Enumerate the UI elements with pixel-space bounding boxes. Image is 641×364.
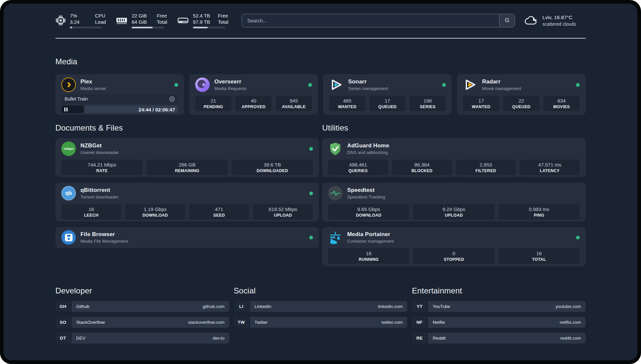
bookmark-name: LinkedIn [255,304,271,309]
app-subtitle: Usenet downloader [80,150,119,155]
stat-tile: 196SERIES [410,96,446,111]
app-name: Sonarr [348,78,388,85]
stat-tile: 40APPROVED [235,96,272,111]
bookmark-netflix[interactable]: NF Netflixnetflix.com [412,317,586,328]
weather-condition: scattered clouds [542,21,576,27]
ram-total-value: 64 GiB [132,19,152,25]
overseerr-icon [195,77,210,92]
bookmark-reddit[interactable]: RE Redditreddit.com [412,333,586,344]
header-divider [55,38,586,39]
section-title-entertainment: Entertainment [412,286,586,295]
stat-tile: 485WANTED [329,96,365,111]
disk-progress-bar [193,27,225,28]
disk-total-label: Total [218,19,229,25]
bookmark-abbr: TW [234,317,249,328]
session-camera-icon [169,96,175,102]
documents-column: Documents & Files nzbget NZBGet Usenet d… [55,123,319,266]
bookmark-abbr: DT [55,333,71,344]
app-card-plex[interactable]: Plex Media server Bullet Train [55,74,184,115]
stat-tile: 471SEED [189,204,249,220]
bookmark-name: Reddit [433,336,445,341]
bookmark-group-entertainment: Entertainment YT YouTubeyoutube.com NF N… [412,286,586,349]
app-card-speedtest[interactable]: Speedtest Speedtest Tracking 9.65 GbpsDO… [322,183,586,222]
stat-tile: 1.19 GbpsDOWNLOAD [125,204,185,220]
bookmark-name: Twitter [255,320,268,325]
bookmark-name: Netflix [433,320,445,325]
stat-tile: 744.21 MbpsRATE [61,160,142,175]
stat-tile: 39.6 TBDOWNLOADED [232,160,313,175]
app-subtitle: Media server [80,86,106,91]
app-subtitle: Container management [347,239,394,244]
bookmark-abbr: LI [234,301,249,312]
stat-tile: 498,461QUERIES [328,160,388,175]
cpu-progress-bar [70,27,102,28]
app-card-portainer[interactable]: Media Portainer Container management 16R… [322,227,586,266]
app-name: File Browser [80,231,128,238]
stat-tile: 17QUEUED [369,96,406,111]
app-name: Speedtest [347,187,385,194]
search-input[interactable] [242,14,499,27]
bookmark-youtube[interactable]: YT YouTubeyoutube.com [412,301,586,312]
bookmark-name: StackOverflow [76,320,105,325]
bookmark-abbr: RE [412,333,427,344]
app-card-adguard[interactable]: AdGuard Home DNS and adblocking 498,461Q… [322,138,586,177]
cpu-icon [55,15,66,26]
qbittorrent-icon: qb [61,186,76,200]
bookmark-twitter[interactable]: TW Twittertwitter.com [234,317,408,328]
nzbget-icon: nzbget [61,141,76,156]
stat-tile: 0STOPPED [413,248,494,264]
pause-indicator [61,106,84,113]
search-bar: G [242,14,515,27]
bookmark-github[interactable]: GH Githubgithub.com [55,301,229,312]
portainer-icon [328,230,343,245]
now-playing-row: Bullet Train [61,94,178,104]
stat-tile: 16TOTAL [499,248,580,264]
stat-tile: 47.571 msLATENCY [520,160,580,175]
dashboard-screen: 7% 3.24 CPU Load [0,0,641,364]
bookmark-name: Github [76,304,89,309]
app-card-overseerr[interactable]: Overseerr Media Requests 21PENDING 40APP… [189,74,318,115]
status-dot [309,236,313,239]
disk-free-label: Free [218,13,229,19]
app-card-qbittorrent[interactable]: qb qBittorrent Torrent downloader 16LEEC… [55,183,319,222]
app-name: Overseerr [214,78,247,85]
app-card-sonarr[interactable]: Sonarr Series management 485WANTED 17QUE… [323,74,452,115]
stat-tile: 86,384BLOCKED [392,160,452,175]
app-subtitle: Media File Management [80,239,128,244]
section-title-media: Media [55,57,586,66]
stat-tile: 2,953FILTERED [456,160,516,175]
app-card-radarr[interactable]: Radarr Movie management 17WANTED 22QUEUE… [457,74,586,115]
app-name: NZBGet [80,142,119,149]
bookmark-group-developer: Developer GH Githubgithub.com SO StackOv… [55,286,229,349]
app-name: AdGuard Home [347,142,389,149]
bookmark-stackoverflow[interactable]: SO StackOverflowstackoverflow.com [55,317,229,328]
bookmark-abbr: YT [412,301,427,312]
stat-tile: 945AVAILABLE [276,96,312,111]
cpu-load-label: Load [95,19,106,25]
bookmark-linkedin[interactable]: LI LinkedInlinkedin.com [234,301,408,312]
speedtest-icon [328,186,343,200]
adguard-icon [328,141,343,156]
bookmark-url: stackoverflow.com [188,320,224,325]
app-card-filebrowser[interactable]: File Browser Media File Management [55,227,319,248]
disk-stat: 52.4 TB 97.9 TB Free Total [177,13,229,28]
search-engine-button[interactable]: G [499,14,515,27]
status-dot [309,147,313,151]
stat-tile: 21PENDING [195,96,231,111]
bookmark-url: linkedin.com [378,304,403,309]
cpu-load-value: 3.24 [70,19,90,25]
app-name: Plex [80,78,106,85]
app-subtitle: DNS and adblocking [347,150,389,155]
app-subtitle: Torrent downloader [80,195,119,199]
app-name: Media Portainer [347,231,394,238]
now-playing-title: Bullet Train [65,96,88,102]
bookmark-dev[interactable]: DT DEVdev.to [55,333,229,344]
section-title-documents: Documents & Files [55,123,319,133]
app-subtitle: Speedtest Tracking [347,195,385,199]
app-card-nzbget[interactable]: nzbget NZBGet Usenet downloader 744.21 M… [55,138,319,177]
ram-progress-bar [132,27,164,28]
cpu-label: CPU [95,13,106,19]
disk-free-value: 52.4 TB [193,13,213,19]
app-name: qBittorrent [80,187,119,194]
playback-progress-bar: 24:44 / 02:06:47 [61,106,178,113]
